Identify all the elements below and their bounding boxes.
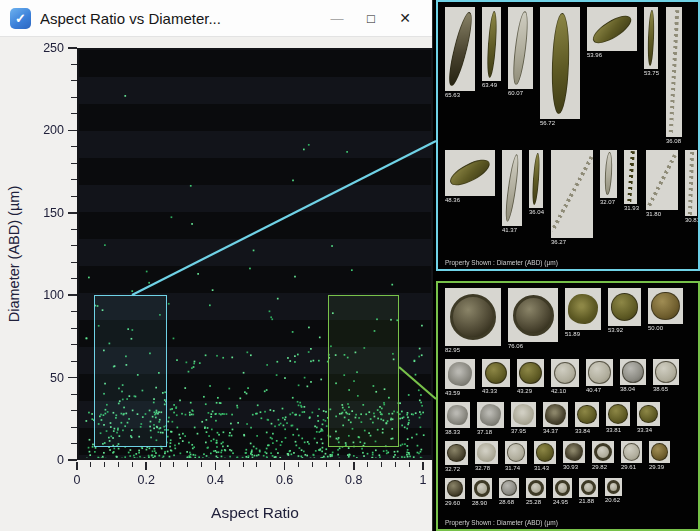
particle-thumbnail[interactable] [579,478,598,497]
y-minor-tick [71,262,77,263]
y-minor-tick [71,80,77,81]
round-particle-image [536,443,554,461]
particle-value-label: 30.93 [563,464,585,471]
y-minor-tick [71,278,77,279]
screen: ✓ Aspect Ratio vs Diameter... — □ ✕ 0501… [0,0,700,531]
particle-thumbnail[interactable] [551,150,593,238]
particle-thumbnail[interactable] [553,478,572,498]
particle-value-label: 34.37 [543,428,568,435]
particle-thumbnail[interactable] [534,441,556,464]
particle-thumbnail[interactable] [540,7,580,119]
x-major-tick [284,462,286,470]
particle-value-label: 29.61 [621,464,642,471]
particle-thumbnail[interactable] [445,441,468,465]
particle-cell: 33.81 [606,402,630,434]
particle-thumbnail[interactable] [620,359,646,385]
particle-cell: 38.33 [445,402,470,436]
diatom-particle-image [511,11,530,86]
particle-thumbnail[interactable] [551,359,579,387]
particle-thumbnail[interactable] [666,7,682,137]
particle-thumbnail[interactable] [508,288,558,342]
particle-thumbnail[interactable] [445,478,465,499]
particle-thumbnail[interactable] [563,441,585,463]
particle-thumbnail[interactable] [477,402,504,428]
y-minor-tick [71,179,77,180]
minimize-button[interactable]: — [320,5,354,31]
particle-row: 29.6028.9028.6825.2824.9521.8820.62 [445,478,698,507]
particle-thumbnail[interactable] [586,359,613,386]
particle-thumbnail[interactable] [475,441,498,464]
particle-thumbnail[interactable] [482,7,501,81]
particle-thumbnail[interactable] [624,150,637,204]
particle-thumbnail[interactable] [526,478,546,498]
particle-thumbnail[interactable] [505,441,527,464]
particle-thumbnail[interactable] [649,441,670,463]
scatter-plot-area[interactable] [77,48,433,460]
particle-thumbnail[interactable] [608,288,641,326]
particle-value-label: 36.04 [529,209,544,216]
particle-value-label: 56.72 [540,120,580,127]
particle-cell: 29.61 [621,441,642,471]
particle-thumbnail[interactable] [587,7,637,51]
particle-panel-low-aspect: 65.6363.4960.0756.7253.9653.7536.0848.36… [436,0,700,271]
particle-thumbnail[interactable] [445,402,470,428]
particle-value-label: 33.34 [637,427,660,434]
clump-particle-image [545,404,566,425]
y-tick-label: 0 [34,453,64,467]
particle-thumbnail[interactable] [606,402,630,426]
particle-thumbnail[interactable] [685,150,697,216]
particle-value-label: 32.78 [475,465,498,472]
x-major-tick [215,462,217,470]
window-titlebar[interactable]: ✓ Aspect Ratio vs Diameter... — □ ✕ [0,0,432,37]
particle-thumbnail[interactable] [482,359,510,387]
particle-thumbnail[interactable] [644,7,658,69]
particle-cell: 42.10 [551,359,579,395]
round-particle-image [651,292,680,321]
particle-thumbnail[interactable] [575,402,599,427]
chain-particle-image [551,156,593,232]
particle-value-label: 21.88 [579,498,598,505]
particle-value-label: 43.33 [482,388,510,395]
particle-value-label: 60.07 [508,90,533,97]
y-major-tick [68,47,77,49]
particle-thumbnail[interactable] [499,478,519,498]
particle-cell: 25.28 [526,478,546,506]
close-button[interactable]: ✕ [388,5,422,31]
particle-thumbnail[interactable] [565,288,601,330]
particle-thumbnail[interactable] [646,150,678,210]
x-minor-tick [132,462,133,467]
diatom-particle-image [531,153,541,205]
high-aspect-region-selection-box[interactable] [328,295,399,447]
particle-thumbnail[interactable] [472,478,492,499]
particle-thumbnail[interactable] [529,150,543,208]
x-major-tick [76,462,78,470]
y-major-tick [68,212,77,214]
particle-thumbnail[interactable] [605,478,622,496]
particle-thumbnail[interactable] [511,402,536,427]
particle-thumbnail[interactable] [600,150,617,198]
particle-thumbnail[interactable] [621,441,642,463]
x-minor-tick [160,462,161,467]
low-aspect-region-selection-box[interactable] [94,295,167,447]
y-minor-tick [71,410,77,411]
particle-thumbnail[interactable] [445,150,495,196]
particle-thumbnail[interactable] [637,402,660,426]
particle-value-label: 41.37 [502,227,522,234]
particle-value-label: 24.95 [553,499,572,506]
maximize-button[interactable]: □ [354,5,388,31]
x-tick-label: 0.2 [130,473,162,487]
ring-particle-image [555,480,571,496]
particle-thumbnail[interactable] [648,288,683,324]
particle-thumbnail[interactable] [445,359,475,389]
particle-thumbnail[interactable] [543,402,568,427]
particle-thumbnail[interactable] [592,441,614,463]
chain-particle-image [627,151,635,202]
diatom-particle-image [503,154,521,223]
particle-thumbnail[interactable] [502,150,522,226]
particle-thumbnail[interactable] [445,288,501,346]
particle-thumbnail[interactable] [653,359,679,385]
particle-thumbnail[interactable] [508,7,533,89]
x-minor-tick [173,462,174,467]
particle-thumbnail[interactable] [517,359,544,387]
particle-thumbnail[interactable] [445,7,475,91]
